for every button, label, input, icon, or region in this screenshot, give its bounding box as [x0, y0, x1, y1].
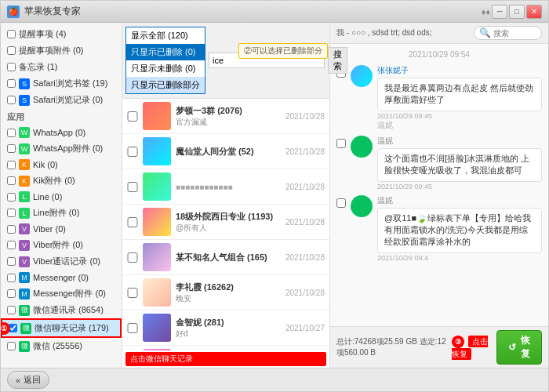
chat-item[interactable]: C1华yeah照☀ (87) 哈哈哈 2021/10/27: [122, 346, 329, 350]
msg-checkbox[interactable]: [336, 139, 346, 148]
kik-icon: K: [19, 159, 30, 170]
chat-item[interactable]: ■■■■■■■■■■■■ 2021/10/28: [122, 169, 329, 205]
sidebar-item-reminders-attachments[interactable]: 提醒事项附件 (0): [1, 42, 122, 59]
filter-option-not-deleted[interactable]: 只显示未删除 (0): [126, 60, 205, 77]
filter-option-partial-deleted[interactable]: 只显示已删除部分: [126, 77, 205, 93]
sidebar-label-safari-history: Safari浏览记录 (0): [33, 94, 115, 106]
sidebar-checkbox-kik[interactable]: [7, 161, 16, 169]
sidebar-item-wechat-contacts[interactable]: 微 微信通讯录 (8654): [1, 302, 122, 318]
sidebar-item-messenger-attachments[interactable]: M Messenger附件 (0): [1, 285, 122, 302]
chat-item[interactable]: 李礼霞 (16262) 晚安 2021/10/28: [122, 275, 329, 310]
sidebar-label-whatsapp: WhatsApp (0): [33, 128, 115, 137]
sidebar-item-viber-attachments[interactable]: V Viber附件 (0): [1, 237, 122, 253]
sidebar-checkbox-viber-attachments[interactable]: [7, 241, 16, 249]
chat-checkbox[interactable]: [127, 217, 138, 227]
maximize-button[interactable]: □: [509, 5, 525, 19]
sidebar-checkbox-reminders-attachments[interactable]: [7, 46, 16, 55]
sidebar-item-notes[interactable]: 备忘录 (1): [1, 59, 122, 75]
chat-info: 某不知名人气组合 (165): [176, 252, 281, 263]
sidebar-checkbox-line-attachments[interactable]: [7, 209, 16, 217]
back-button[interactable]: « 返回: [7, 371, 49, 389]
sidebar-item-safari-history[interactable]: S Safari浏览记录 (0): [1, 92, 122, 108]
sidebar-checkbox-viber[interactable]: [7, 225, 16, 234]
sidebar-item-messenger[interactable]: M Messenger (0): [1, 270, 122, 285]
sidebar-checkbox-line[interactable]: [7, 193, 16, 201]
sidebar-label-messenger-attachments: Messenger附件 (0): [33, 288, 115, 299]
chat-info: 梦顿一3群 (2076) 官方漏减: [176, 105, 281, 128]
sidebar-label-kik-attachments: Kik附件 (0): [33, 175, 115, 187]
app-window: 🍎 苹果恢复专家 ♦♦ ─ □ ✕ 提醒事项 (4) 提醒事项附件 (0) 备忘: [0, 0, 549, 392]
message-row: 张张妮子 我是最近鼻翼两边有点起皮 然后就使劲厚敷面霜好些了 2021/10/2…: [336, 65, 542, 131]
sidebar-item-safari-bookmarks[interactable]: S Safari浏览书签 (19): [1, 75, 122, 92]
search-input[interactable]: [493, 29, 536, 38]
restore-button[interactable]: ↺ 恢复: [496, 330, 542, 365]
avatar: [143, 314, 171, 342]
back-label: 返回: [24, 374, 41, 386]
sidebar-checkbox-wechat-contacts[interactable]: [7, 306, 16, 314]
sidebar-checkbox-whatsapp[interactable]: [7, 129, 16, 137]
chat-checkbox[interactable]: [127, 147, 138, 157]
chat-checkbox[interactable]: [127, 323, 138, 333]
sidebar-checkbox-viber-calls[interactable]: [7, 257, 16, 266]
sidebar-item-reminders[interactable]: 提醒事项 (4): [1, 26, 122, 42]
diamond-icon: ♦♦: [482, 7, 490, 16]
avatar: [143, 172, 171, 201]
filter-option-all[interactable]: 显示全部 (120): [126, 27, 205, 44]
msg-avatar: [351, 65, 373, 87]
sidebar-checkbox-safari-history[interactable]: [7, 96, 16, 104]
sidebar-item-kik[interactable]: K Kik (0): [1, 157, 122, 172]
chat-item[interactable]: 18级外院西日专业 (1193) @所有人 2021/10/28: [122, 205, 329, 240]
sidebar-label-line: Line (0): [33, 192, 115, 201]
minimize-button[interactable]: ─: [492, 5, 507, 19]
chat-checkbox[interactable]: [127, 182, 138, 192]
avatar: [143, 243, 171, 271]
msg-label: 温妮: [377, 120, 542, 131]
sidebar-item-wechat[interactable]: 微 微信 (25556): [1, 338, 122, 354]
sidebar-checkbox-safari-bookmarks[interactable]: [7, 79, 16, 88]
chat-date: 2021/10/28: [285, 218, 325, 227]
chat-item[interactable]: 某不知名人气组合 (165) 2021/10/28: [122, 240, 329, 275]
chat-item[interactable]: 金智妮 (281) 好d 2021/10/27: [122, 310, 329, 346]
msg-checkbox[interactable]: [336, 198, 346, 208]
chat-info: 金智妮 (281) 好d: [176, 317, 281, 339]
sidebar-item-whatsapp[interactable]: W WhatsApp (0): [1, 125, 122, 140]
sidebar-item-whatsapp-attachments[interactable]: W WhatsApp附件 (0): [1, 140, 122, 157]
chat-checkbox[interactable]: [127, 288, 138, 298]
sidebar-checkbox-whatsapp-attachments[interactable]: [7, 144, 16, 153]
msg-bubble: 我是最近鼻翼两边有点起皮 然后就使劲厚敷面霜好些了: [377, 78, 542, 111]
sidebar-checkbox-messenger[interactable]: [7, 274, 16, 282]
chat-date: 2021/10/28: [285, 253, 325, 262]
sidebar-checkbox-reminders[interactable]: [7, 30, 16, 38]
sidebar-item-line-attachments[interactable]: L Line附件 (0): [1, 205, 122, 221]
sidebar-item-line[interactable]: L Line (0): [1, 189, 122, 205]
close-button[interactable]: ✕: [526, 5, 542, 19]
filter-row: 显示全部 (120) 只显示已删除 (0) 只显示未删除 (0) 只显示已删除部…: [125, 25, 326, 96]
chat-name: 18级外院西日专业 (1193): [176, 211, 281, 223]
sidebar-label-whatsapp-attachments: WhatsApp附件 (0): [33, 143, 115, 154]
whatsapp-icon: W: [19, 127, 30, 138]
footer-total: 总计:74268项25.59 GB 选定:12项560.00 B: [336, 336, 452, 358]
sidebar-item-kik-attachments[interactable]: K Kik附件 (0): [1, 172, 122, 189]
avatar: [143, 349, 171, 350]
sidebar-checkbox-messenger-attachments[interactable]: [7, 289, 16, 298]
chat-checkbox[interactable]: [127, 111, 138, 122]
chat-checkbox[interactable]: [127, 252, 138, 263]
message-row: 温妮 这个面霜也不润[捂脸]冰淇淋质地的 上脸很快变哑光吸收了，我混油皮都可 2…: [336, 136, 542, 191]
sidebar-item-viber-calls[interactable]: V Viber通话记录 (0): [1, 253, 122, 270]
sidebar-checkbox-wechat[interactable]: [7, 342, 16, 350]
sidebar-checkbox-kik-attachments[interactable]: [7, 176, 16, 185]
filter-search-button[interactable]: 搜索: [328, 47, 347, 74]
filter-dropdown[interactable]: 显示全部 (120) 只显示已删除 (0) 只显示未删除 (0) 只显示已删除部…: [125, 27, 205, 94]
filter-option-deleted[interactable]: 只显示已删除 (0): [126, 44, 205, 60]
line-icon: L: [19, 191, 30, 202]
chat-item[interactable]: 梦顿一3群 (2076) 官方漏减 2021/10/28: [122, 99, 329, 134]
chat-item[interactable]: 魔仙堂人间分堂 (52) 2021/10/28: [122, 134, 329, 169]
main-content: 提醒事项 (4) 提醒事项附件 (0) 备忘录 (1) S Safari浏览书签…: [1, 23, 548, 368]
sidebar-checkbox-notes[interactable]: [7, 63, 16, 71]
line-attach-icon: L: [19, 208, 30, 219]
app-icon: 🍎: [7, 5, 20, 18]
search-box[interactable]: 🔍: [474, 26, 542, 40]
annotation-1: ①: [1, 322, 10, 335]
sidebar-item-viber[interactable]: V Viber (0): [1, 221, 122, 237]
sidebar-item-wechat-chat[interactable]: 微 微信聊天记录 (179) ①: [1, 318, 122, 338]
